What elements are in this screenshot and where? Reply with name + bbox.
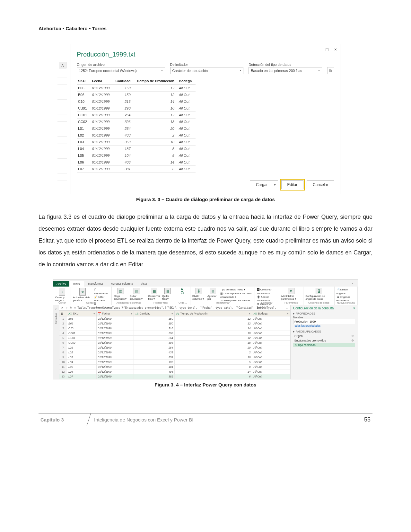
preview-col-header: Fecha	[91, 77, 113, 85]
grid-row[interactable]: 9L0301/12/199935910All Out	[59, 355, 290, 360]
expand-icon[interactable]: ›	[56, 306, 57, 311]
ribbon-cap-transformar: Transformar	[216, 301, 230, 305]
window-minimize-icon[interactable]: □	[326, 47, 328, 52]
remove-columns-button[interactable]: ▤Quitar columnas ▾	[129, 288, 144, 301]
close-and-load-button[interactable]: ⤵Cerrar y cargar ▾	[55, 288, 69, 302]
preview-row: CB0101/12/199929010All Out	[77, 105, 196, 112]
spreadsheet-col-a: A	[59, 62, 66, 68]
sort-asc-button[interactable]: A↓Z↓	[177, 288, 188, 295]
group-by-button[interactable]: ⊞Agrupar por	[207, 288, 218, 301]
data-source-settings-button[interactable]: 🗄Configuración de origen de datos	[305, 288, 332, 301]
name-label: Nombre	[293, 316, 355, 319]
ribbon-cap-admincol: Administrar columnas	[116, 301, 141, 305]
tab-agregar-columna[interactable]: Agregar columna	[107, 281, 137, 287]
page-header-authors: Atehortúa • Caballero • Torres	[39, 26, 372, 31]
grid-row[interactable]: 13L0701/12/19993816All Out	[59, 374, 290, 379]
grid-row[interactable]: 5CC0101/12/199926412All Out	[59, 336, 290, 341]
grid-col-header[interactable]: A͓ͨBodega▾	[252, 311, 290, 316]
grid-col-header[interactable]: 📅Fecha▾	[96, 311, 134, 316]
applied-step[interactable]: Encabezados promovidos⚙	[293, 338, 355, 343]
detection-select[interactable]: Basado en las primeras 200 filas	[249, 67, 322, 74]
all-properties-link[interactable]: Todas las propiedades	[293, 324, 355, 327]
preview-row: CC0101/12/199926412All Out	[77, 112, 196, 119]
keep-rows-button[interactable]: ▦Conservar filas ▾	[148, 288, 160, 301]
formula-bar[interactable]: ✕ ✓ fx = Table.TransformColumnTypes(#"En…	[59, 305, 290, 311]
doc-options-icon[interactable]: 🗎	[327, 67, 334, 74]
query-settings-panel: Configuración de la consulta× ▸ PROPIEDA…	[290, 305, 358, 379]
preview-col-header: Bodega	[178, 77, 196, 85]
grid-row[interactable]: 4CB0101/12/199929010All Out	[59, 331, 290, 336]
grid-col-header[interactable]: A͓ͨSKU▾	[67, 311, 97, 316]
query-settings-title: Configuración de la consulta	[293, 306, 334, 310]
preview-row: C1001/12/199921614All Out	[77, 98, 196, 105]
power-query-window: Archivo Inicio Transformar Agregar colum…	[53, 279, 358, 379]
grid-row[interactable]: 7L0101/12/199928420All Out	[59, 345, 290, 350]
formula-cancel-icon[interactable]: ✕	[61, 306, 64, 309]
fx-icon[interactable]: fx	[70, 306, 72, 309]
query-grid: ▦A͓ͨSKU▾📅Fecha▾1²₃Cantidad▾1²₃Tiempo de …	[59, 311, 290, 379]
data-type-button[interactable]: Tipo de datos: Texto ▾	[220, 288, 253, 291]
tab-archivo[interactable]: Archivo	[53, 281, 69, 287]
query-name-input[interactable]	[293, 319, 355, 324]
cancelar-button[interactable]: Cancelar	[307, 180, 334, 189]
applied-step[interactable]: ✕ Tipo cambiado	[293, 343, 355, 347]
preview-row: CC0201/12/199939618All Out	[77, 119, 196, 125]
file-origin-select[interactable]: 1252: Europeo occidental (Windows)	[77, 67, 165, 74]
preview-row: L0101/12/199928420All Out	[77, 125, 196, 132]
preview-col-header: SKU	[77, 77, 91, 85]
grid-row[interactable]: 6CC0201/12/199939618All Out	[59, 341, 290, 345]
merge-queries-button[interactable]: 🅰 Combinar consultas ▾	[257, 288, 277, 295]
body-paragraph: La figura 3.3 es el cuadro de dialogo pr…	[39, 211, 372, 270]
grid-row[interactable]: 2B0601/12/199915012All Out	[59, 321, 290, 326]
formula-expand-icon[interactable]: ⌄	[286, 306, 288, 309]
queries-panel-collapsed[interactable]: › Consultas	[53, 305, 59, 379]
manage-params-button[interactable]: ⚙Administrar parámetros ▾	[281, 288, 301, 301]
properties-button[interactable]: 🏷 Propiedades	[94, 288, 109, 295]
figure-3-4-caption: Figura 3. 4 – Interfaz Power Query con d…	[39, 382, 372, 387]
first-row-header-button[interactable]: ▦ Usar la primera fila como encabezado ▾	[220, 292, 253, 299]
remove-rows-button[interactable]: ▦Quitar filas ▾	[162, 288, 173, 301]
refresh-preview-button[interactable]: ↻Actualizar vista previa ▾	[73, 288, 92, 302]
grid-row[interactable]: 11L0501/12/19991048All Out	[59, 365, 290, 369]
pq-ribbon: ⤵Cerrar y cargar ▾ Cerrar ↻Actualizar vi…	[53, 287, 358, 305]
ribbon-collapse-icon[interactable]: ^	[349, 282, 356, 287]
formula-text: = Table.TransformColumnTypes(#"Encabezad…	[74, 306, 284, 309]
tab-transformar[interactable]: Transformar	[84, 281, 107, 287]
cargar-button[interactable]: Cargar▾	[250, 180, 278, 189]
preview-col-header: Cantidad	[114, 77, 134, 85]
preview-col-header: Tiempo de Producción	[134, 77, 178, 85]
footer-subtitle: Inteligencia de Negocios con Excel y Pow…	[94, 417, 356, 422]
choose-columns-button[interactable]: ▥Elegir columnas ▾	[114, 288, 128, 301]
preview-row: B0601/12/199915012All Out	[77, 92, 196, 98]
grid-corner[interactable]: ▦	[59, 311, 67, 316]
grid-row[interactable]: 1B0601/12/199915012All Out	[59, 316, 290, 321]
grid-row[interactable]: 8L0201/12/19994332All Out	[59, 350, 290, 355]
ribbon-cap-consulta: Consulta	[86, 301, 96, 305]
preview-row: L0201/12/19994332All Out	[77, 132, 196, 139]
pq-tabs: Archivo Inicio Transformar Agregar colum…	[53, 279, 358, 287]
ribbon-cap-cerrar: Cerrar	[58, 301, 66, 305]
grid-row[interactable]: 10L0401/12/19991875All Out	[59, 360, 290, 365]
grid-row[interactable]: 3C1001/12/199921614All Out	[59, 326, 290, 331]
tab-inicio[interactable]: Inicio	[69, 281, 84, 287]
preview-table: SKUFechaCantidadTiempo de ProducciónBode…	[77, 77, 196, 173]
new-source-button[interactable]: 📄 Nuevo origen ▾	[337, 288, 355, 295]
delimiter-select[interactable]: Carácter de tabulación	[170, 67, 244, 74]
grid-col-header[interactable]: 1²₃Cantidad▾	[134, 311, 175, 316]
formula-accept-icon[interactable]: ✓	[66, 306, 68, 309]
applied-step[interactable]: Origen⚙	[293, 334, 355, 338]
grid-row[interactable]: 12L0601/12/199940614All Out	[59, 369, 290, 374]
close-panel-icon[interactable]: ×	[353, 306, 355, 310]
window-close-icon[interactable]: ×	[334, 47, 337, 52]
file-origin-label: Origen de archivo	[77, 63, 165, 66]
tab-vista[interactable]: Vista	[137, 281, 151, 287]
detection-label: Detección del tipo de datos	[249, 63, 322, 66]
footer-page-number: 55	[356, 416, 372, 423]
ribbon-cap-combinar: Combinar	[261, 301, 273, 305]
preview-row: B0601/12/199915012All Out	[77, 85, 196, 92]
preview-row: L0601/12/199940614All Out	[77, 159, 196, 166]
split-column-button[interactable]: ╫Dividir columna ▾	[192, 288, 206, 301]
ribbon-cap-reducir: Reducir filas	[153, 301, 168, 305]
editar-button[interactable]: Editar	[281, 180, 303, 189]
grid-col-header[interactable]: 1²₃Tiempo de Producción▾	[175, 311, 252, 316]
